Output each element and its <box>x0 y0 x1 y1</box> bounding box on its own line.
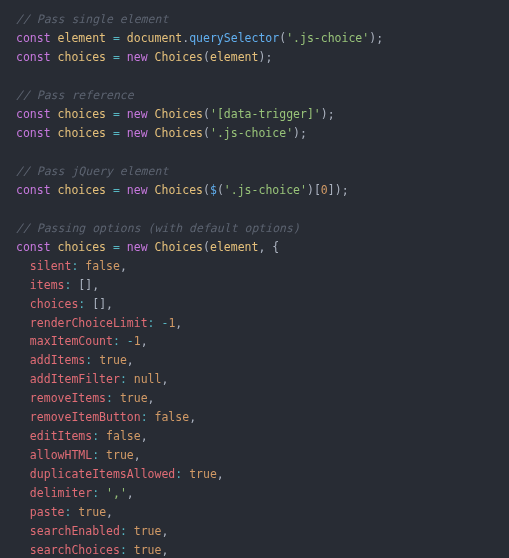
code-comment: // Passing options (with default options… <box>16 221 300 235</box>
code-block: // Pass single element const element = d… <box>16 10 493 558</box>
code-comment: // Pass jQuery element <box>16 164 168 178</box>
code-comment: // Pass single element <box>16 12 168 26</box>
code-comment: // Pass reference <box>16 88 134 102</box>
